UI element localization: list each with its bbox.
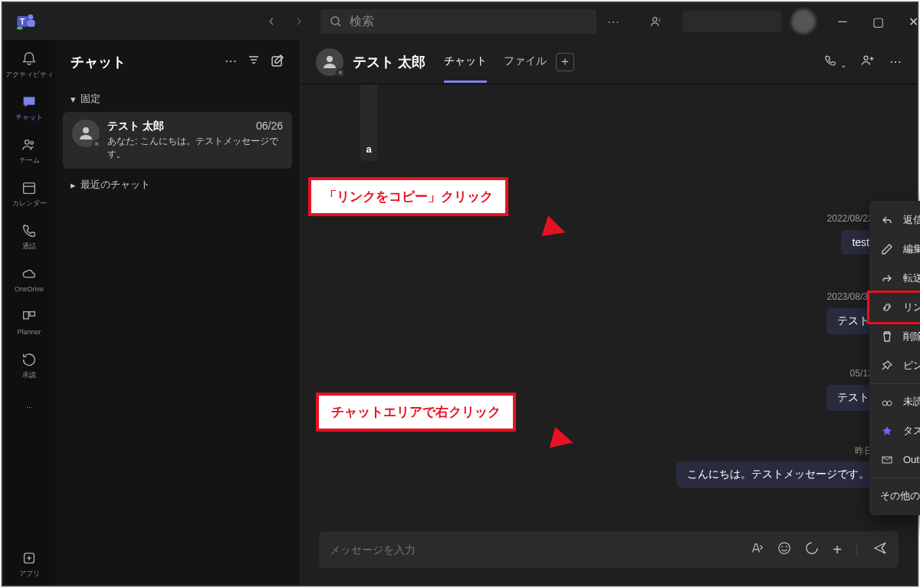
link-icon bbox=[880, 301, 894, 314]
emoji-icon[interactable] bbox=[777, 541, 791, 558]
app-rail: アクティビティ チャット チーム カレンダー 通話 OneDrive Plann… bbox=[3, 40, 55, 585]
chat-list-item[interactable]: テスト 太郎 06/26 あなた: こんにちは。テストメッセージです。 bbox=[63, 112, 292, 169]
nav-forward[interactable] bbox=[287, 9, 311, 34]
avatar bbox=[72, 120, 100, 147]
menu-pin[interactable]: ピン留めする bbox=[869, 351, 920, 380]
svg-rect-3 bbox=[27, 20, 34, 27]
reply-icon bbox=[880, 213, 894, 227]
chat-sidebar: チャット ⋯ ▾ 固定 テスト 太郎 06/ bbox=[55, 40, 301, 585]
loop-icon[interactable] bbox=[805, 541, 819, 558]
rail-teams[interactable]: チーム bbox=[3, 129, 55, 172]
rail-chat[interactable]: チャット bbox=[3, 86, 55, 129]
svg-rect-13 bbox=[24, 182, 35, 193]
chat-item-preview: あなた: こんにちは。テストメッセージです。 bbox=[107, 135, 283, 161]
svg-point-8 bbox=[659, 19, 661, 21]
format-icon[interactable] bbox=[750, 541, 764, 558]
chevron-down-icon: ▾ bbox=[71, 94, 76, 105]
chevron-right-icon: ▸ bbox=[71, 179, 76, 191]
chat-item-date: 06/26 bbox=[256, 120, 283, 133]
window-close[interactable]: ✕ bbox=[895, 9, 920, 34]
svg-rect-15 bbox=[24, 312, 28, 319]
svg-rect-23 bbox=[272, 57, 281, 66]
message-composer[interactable]: + | bbox=[319, 531, 899, 568]
titlebar: T 検索 ⋯ ─ ▢ ✕ bbox=[3, 3, 917, 40]
rail-calendar[interactable]: カレンダー bbox=[3, 172, 55, 215]
svg-point-7 bbox=[653, 18, 657, 21]
new-chat-icon[interactable] bbox=[271, 54, 284, 71]
tab-chat[interactable]: チャット bbox=[444, 41, 487, 83]
header-more-icon[interactable]: ⋯ bbox=[889, 54, 902, 69]
glasses-icon bbox=[880, 395, 894, 409]
menu-delete[interactable]: 削除 bbox=[869, 322, 920, 351]
menu-edit[interactable]: 編集 bbox=[869, 235, 920, 264]
task-icon bbox=[880, 424, 894, 438]
menu-unread[interactable]: 未読にする bbox=[869, 387, 920, 416]
annotation-callout-1: 「リンクをコピー」クリック bbox=[308, 177, 508, 216]
trash-icon bbox=[880, 330, 894, 343]
search-placeholder: 検索 bbox=[350, 14, 374, 30]
svg-rect-4 bbox=[17, 27, 22, 30]
menu-forward[interactable]: 転送 bbox=[869, 264, 920, 293]
message-area[interactable]: a 2022/08/22 13:41 test 2023/08/31 14:03… bbox=[301, 84, 917, 519]
svg-rect-16 bbox=[30, 312, 34, 317]
chat-main: テスト 太郎 チャット ファイル ＋ ⌄ ⋯ a 2022/08/22 13:4… bbox=[301, 40, 917, 585]
rail-onedrive[interactable]: OneDrive bbox=[3, 258, 55, 301]
recent-section[interactable]: ▸ 最近のチャット bbox=[55, 170, 300, 196]
tenant-name bbox=[682, 11, 782, 32]
rail-planner[interactable]: Planner bbox=[3, 301, 55, 343]
svg-point-12 bbox=[31, 141, 34, 144]
message-context-menu: 返信 編集 転送 リンクをコピー 削除 ピン留めする 未読にする タスクの作成 … bbox=[869, 201, 920, 515]
teams-logo: T bbox=[15, 9, 37, 34]
pinned-section[interactable]: ▾ 固定 bbox=[55, 84, 300, 110]
rail-calls[interactable]: 通話 bbox=[3, 215, 55, 258]
add-people-icon[interactable] bbox=[860, 53, 876, 71]
svg-point-32 bbox=[779, 543, 790, 554]
presence-offline-icon bbox=[336, 68, 345, 77]
sidebar-more-icon[interactable]: ⋯ bbox=[225, 54, 237, 71]
rail-more[interactable]: ⋯ bbox=[3, 386, 55, 429]
add-tab-button[interactable]: ＋ bbox=[556, 53, 574, 71]
menu-create-task[interactable]: タスクの作成 bbox=[869, 416, 920, 445]
rail-approvals[interactable]: 承認 bbox=[3, 343, 55, 386]
svg-point-26 bbox=[864, 56, 868, 60]
tab-files[interactable]: ファイル bbox=[504, 41, 547, 83]
message-bubble[interactable]: こんにちは。テストメッセージです。 bbox=[676, 462, 880, 488]
svg-point-11 bbox=[25, 140, 30, 144]
svg-text:T: T bbox=[20, 17, 25, 26]
nav-back[interactable] bbox=[259, 9, 284, 34]
rail-activity[interactable]: アクティビティ bbox=[3, 43, 55, 86]
svg-point-34 bbox=[786, 546, 787, 547]
mail-icon bbox=[880, 453, 894, 467]
menu-copy-link[interactable]: リンクをコピー bbox=[869, 293, 920, 322]
send-icon[interactable] bbox=[872, 540, 888, 559]
annotation-callout-2: チャットエリアで右クリック bbox=[316, 393, 516, 432]
search-box[interactable]: 検索 bbox=[320, 9, 596, 34]
rail-apps[interactable]: アプリ bbox=[3, 542, 55, 585]
filter-icon[interactable] bbox=[248, 54, 260, 71]
svg-point-25 bbox=[327, 56, 333, 62]
user-avatar[interactable] bbox=[791, 9, 816, 34]
svg-line-6 bbox=[338, 24, 340, 26]
plus-icon[interactable]: + bbox=[833, 541, 842, 559]
window-maximize[interactable]: ▢ bbox=[860, 9, 895, 34]
forward-icon bbox=[880, 271, 894, 285]
menu-share-outlook[interactable]: Outlook で共有 bbox=[869, 445, 920, 475]
header-avatar[interactable] bbox=[316, 48, 343, 76]
svg-point-35 bbox=[882, 401, 887, 406]
menu-other[interactable]: その他の操作› bbox=[869, 481, 920, 511]
pencil-icon bbox=[880, 242, 894, 256]
people-icon[interactable] bbox=[639, 9, 673, 34]
sidebar-title: チャット bbox=[71, 53, 225, 71]
svg-point-5 bbox=[331, 17, 339, 25]
window-minimize[interactable]: ─ bbox=[825, 9, 860, 34]
composer-input[interactable] bbox=[330, 544, 750, 556]
svg-point-33 bbox=[782, 546, 784, 547]
menu-reply[interactable]: 返信 bbox=[869, 205, 920, 235]
chat-header-name[interactable]: テスト 太郎 bbox=[353, 53, 426, 71]
chat-item-name: テスト 太郎 bbox=[107, 120, 164, 133]
svg-point-2 bbox=[28, 15, 33, 20]
call-icon[interactable]: ⌄ bbox=[823, 54, 846, 71]
more-button[interactable]: ⋯ bbox=[596, 9, 630, 34]
svg-point-24 bbox=[83, 127, 89, 133]
svg-point-36 bbox=[887, 401, 892, 406]
